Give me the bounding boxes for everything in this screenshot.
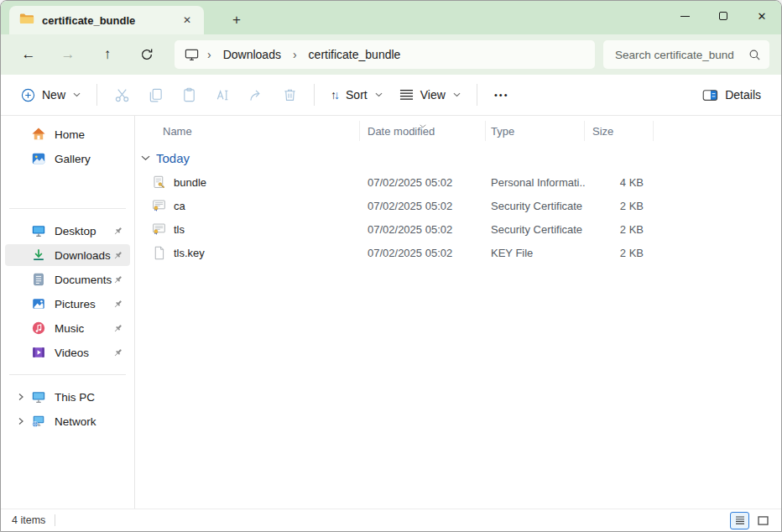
back-button[interactable]: ← (13, 40, 44, 69)
share-button[interactable] (239, 81, 273, 109)
file-list-area: Name Date modified Type Size Today (135, 116, 781, 509)
details-pane-button[interactable]: Details (694, 81, 769, 109)
details-view-icon (735, 516, 745, 524)
up-button[interactable]: ↑ (91, 40, 123, 69)
sort-button[interactable]: ↑↓ Sort (322, 81, 391, 109)
sidebar-item-label: Gallery (55, 153, 125, 165)
sidebar-item-gallery[interactable]: Gallery (5, 148, 130, 170)
search-input[interactable] (613, 48, 742, 62)
sidebar-divider (9, 374, 126, 375)
breadcrumb[interactable]: › Downloads › certificate_bundle (175, 40, 595, 69)
security-certificate-icon (152, 222, 166, 236)
file-row-tls[interactable]: tls 07/02/2025 05:02 Security Certificat… (135, 217, 781, 241)
maximize-button[interactable] (704, 1, 743, 31)
breadcrumb-item-downloads[interactable]: Downloads (220, 46, 284, 63)
command-toolbar: New (1, 75, 781, 116)
explorer-tab[interactable]: certificate_bundle ✕ (9, 6, 204, 34)
view-lines-icon (399, 89, 414, 101)
pin-icon (112, 274, 123, 285)
paste-button[interactable] (172, 81, 206, 109)
toolbar-separator (314, 84, 315, 106)
documents-icon (30, 272, 46, 287)
trash-icon (282, 87, 298, 103)
new-button[interactable]: New (13, 81, 89, 109)
sort-descending-icon (419, 118, 426, 131)
sidebar-item-desktop[interactable]: Desktop (5, 220, 130, 242)
delete-button[interactable] (273, 81, 306, 109)
sidebar-item-network[interactable]: Network (5, 410, 130, 432)
sidebar-item-label: Pictures (55, 298, 112, 310)
large-thumbnails-view-button[interactable] (753, 512, 773, 529)
pin-icon (112, 226, 123, 237)
group-collapse-chevron-icon[interactable] (141, 155, 150, 161)
sidebar-item-label: Videos (55, 347, 112, 359)
sidebar-item-documents[interactable]: Documents (5, 269, 130, 290)
minimize-button[interactable] (665, 1, 704, 31)
sidebar-item-label: Music (55, 322, 112, 335)
search-box[interactable] (603, 40, 769, 69)
rename-icon (215, 87, 231, 103)
share-icon (248, 87, 264, 103)
search-icon (748, 49, 761, 61)
file-row-ca[interactable]: ca 07/02/2025 05:02 Security Certificate… (135, 194, 781, 217)
details-view-button[interactable] (730, 512, 749, 529)
close-button[interactable]: ✕ (743, 1, 781, 31)
view-button-label: View (420, 88, 446, 102)
expand-chevron-icon[interactable] (12, 417, 30, 425)
column-header-size[interactable]: Size (585, 121, 654, 141)
group-header-today[interactable]: Today (135, 145, 781, 170)
sidebar-item-videos[interactable]: Videos (5, 342, 130, 363)
refresh-button[interactable] (131, 40, 163, 69)
file-name: ca (174, 200, 185, 212)
sidebar-item-music[interactable]: Music (5, 317, 130, 339)
sidebar-item-label: Network (55, 415, 125, 428)
column-header-name[interactable]: Name (135, 121, 360, 141)
chevron-down-icon (375, 92, 383, 97)
copy-icon (148, 87, 164, 103)
sidebar-item-label: Desktop (55, 225, 112, 237)
forward-button[interactable]: → (52, 40, 84, 69)
new-tab-button[interactable]: + (226, 9, 248, 31)
rename-button[interactable] (206, 81, 239, 109)
minimize-icon (680, 16, 690, 17)
file-name: bundle (174, 176, 206, 189)
sidebar-item-pictures[interactable]: Pictures (5, 293, 130, 315)
sidebar-item-downloads[interactable]: Downloads (5, 244, 130, 266)
gallery-icon (30, 151, 46, 166)
cut-icon (114, 87, 130, 103)
new-button-label: New (42, 88, 65, 102)
more-options-button[interactable]: ••• (485, 81, 519, 109)
sidebar-item-home[interactable]: Home (5, 123, 130, 145)
new-plus-icon (21, 88, 35, 102)
file-row-bundle[interactable]: bundle 07/02/2025 05:02 Personal Informa… (135, 170, 781, 194)
file-date: 07/02/2025 05:02 (360, 223, 486, 236)
content-area: Home Gallery (1, 116, 781, 509)
sort-button-label: Sort (346, 88, 368, 102)
thumbnail-view-icon (758, 516, 769, 525)
breadcrumb-separator: › (293, 48, 297, 61)
sidebar-item-label: Documents (55, 274, 112, 286)
chevron-down-icon (73, 92, 81, 97)
file-type: Personal Informati... (486, 176, 585, 189)
column-header-type[interactable]: Type (486, 121, 585, 141)
tab-close-button[interactable]: ✕ (177, 10, 197, 30)
pin-icon (112, 299, 123, 310)
copy-button[interactable] (138, 81, 172, 109)
column-headers: Name Date modified Type Size (135, 120, 781, 142)
folder-icon (19, 13, 34, 29)
file-date: 07/02/2025 05:02 (360, 247, 486, 259)
status-bar: 4 items (1, 509, 781, 531)
expand-chevron-icon[interactable] (12, 393, 30, 401)
ellipsis-icon: ••• (494, 90, 509, 100)
downloads-icon (30, 248, 46, 263)
breadcrumb-item-certificate-bundle[interactable]: certificate_bundle (305, 46, 404, 63)
sidebar-item-label: This PC (55, 391, 125, 404)
breadcrumb-separator: › (207, 48, 211, 61)
cut-button[interactable] (105, 81, 138, 109)
column-header-date-modified[interactable]: Date modified (360, 121, 486, 141)
file-date: 07/02/2025 05:02 (360, 176, 486, 189)
file-row-tls-key[interactable]: tls.key 07/02/2025 05:02 KEY File 2 KB (135, 241, 781, 264)
view-button[interactable]: View (391, 81, 469, 109)
sidebar-item-this-pc[interactable]: This PC (5, 386, 130, 408)
file-explorer-window: certificate_bundle ✕ + ✕ ← → ↑ (0, 0, 782, 532)
